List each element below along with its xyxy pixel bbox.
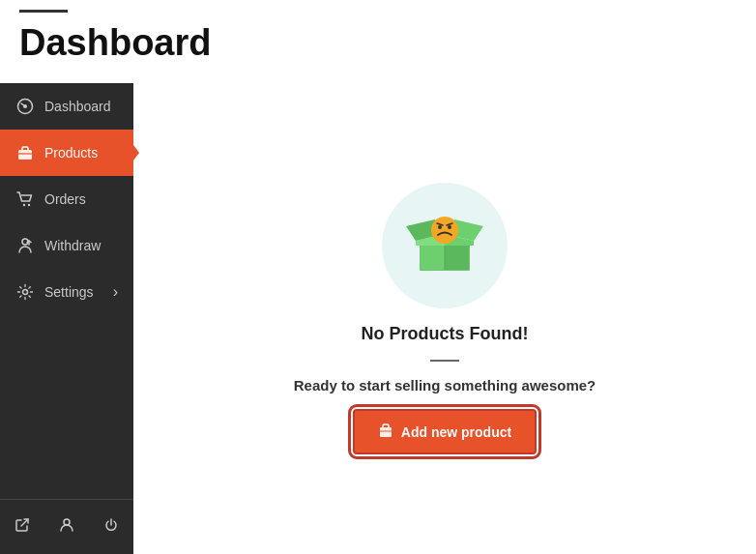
chevron-right-icon: › (113, 283, 118, 301)
sidebar-item-orders[interactable]: Orders (0, 176, 133, 222)
dashboard-icon (15, 97, 35, 116)
sidebar-item-settings[interactable]: Settings › (0, 269, 133, 315)
svg-line-10 (21, 519, 28, 526)
main-layout: Dashboard Products (0, 83, 756, 554)
sidebar-item-withdraw-label: Withdraw (44, 238, 101, 253)
bag-icon (378, 423, 393, 441)
settings-icon (15, 282, 35, 302)
power-icon (103, 517, 119, 537)
svg-point-13 (431, 217, 458, 244)
sidebar-item-orders-label: Orders (44, 191, 86, 207)
sidebar-external-link-button[interactable] (0, 508, 44, 546)
svg-point-5 (23, 204, 25, 206)
external-link-icon (15, 517, 30, 537)
content-area: No Products Found! Ready to start sellin… (133, 83, 756, 554)
add-product-button-label: Add new product (401, 424, 511, 440)
empty-state-title: No Products Found! (362, 324, 529, 344)
sidebar-item-products-label: Products (44, 145, 98, 160)
withdraw-icon (15, 236, 35, 255)
sidebar-item-dashboard[interactable]: Dashboard (0, 83, 133, 130)
svg-point-6 (28, 204, 30, 206)
svg-point-9 (23, 290, 28, 295)
divider (430, 360, 459, 362)
svg-rect-3 (18, 150, 32, 160)
sidebar-footer (0, 499, 133, 554)
sidebar: Dashboard Products (0, 83, 133, 554)
sidebar-item-settings-label: Settings (44, 284, 94, 300)
svg-point-14 (438, 225, 442, 229)
user-icon (59, 517, 74, 537)
sidebar-user-button[interactable] (44, 508, 89, 546)
svg-point-11 (64, 519, 70, 525)
sidebar-nav: Dashboard Products (0, 83, 133, 499)
sidebar-item-products[interactable]: Products (0, 130, 133, 176)
page-title-area: Dashboard (0, 13, 756, 83)
orders-icon (15, 190, 35, 209)
svg-point-15 (448, 225, 451, 229)
empty-illustration (382, 183, 508, 308)
sidebar-power-button[interactable] (89, 508, 133, 546)
page-title: Dashboard (19, 22, 737, 64)
sidebar-item-withdraw[interactable]: Withdraw (0, 222, 133, 269)
add-new-product-button[interactable]: Add new product (353, 409, 537, 454)
empty-state: No Products Found! Ready to start sellin… (294, 183, 596, 454)
svg-rect-18 (380, 427, 392, 437)
products-icon (15, 143, 35, 162)
empty-state-subtitle: Ready to start selling something awesome… (294, 377, 596, 394)
sidebar-item-dashboard-label: Dashboard (44, 99, 111, 114)
